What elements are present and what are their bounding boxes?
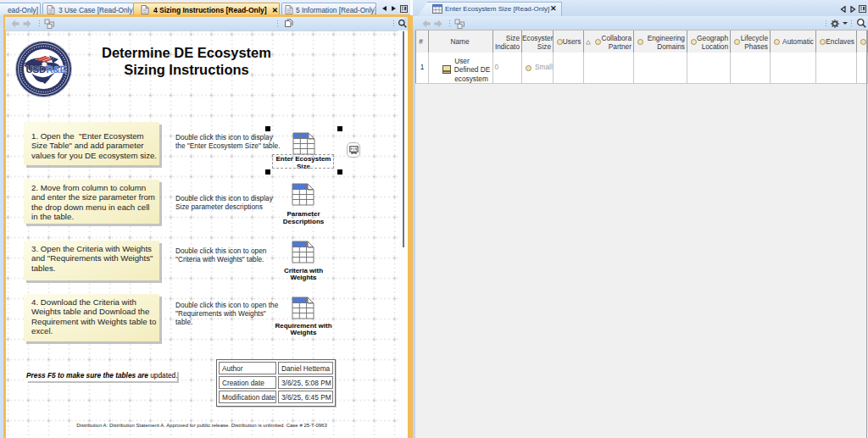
svg-text:USD: USD [26, 64, 46, 75]
